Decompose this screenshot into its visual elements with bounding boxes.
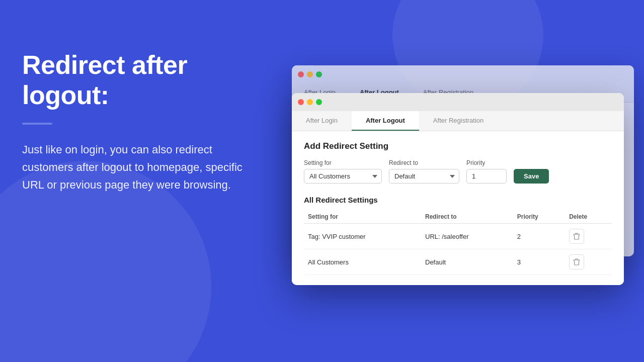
delete-button[interactable] [569,254,584,269]
add-redirect-title: Add Redirect Setting [304,141,612,151]
dot-green-behind [316,71,322,77]
col-header-priority: Priority [513,210,565,224]
cell-priority: 2 [513,224,565,249]
cell-setting-for: Tag: VVIP customer [304,224,421,249]
cell-delete [565,224,612,249]
cell-delete [565,249,612,275]
all-settings-section: All Redirect Settings Setting for Redire… [304,196,612,275]
col-header-setting-for: Setting for [304,210,421,224]
add-redirect-section: Add Redirect Setting Setting for All Cus… [304,141,612,184]
dot-red-behind [298,71,304,77]
window-main-content: Add Redirect Setting Setting for All Cus… [292,131,624,285]
table-row: Tag: VVIP customer URL: /saleoffer 2 [304,224,612,249]
tab-after-registration[interactable]: After Registration [419,111,498,131]
tab-after-logout[interactable]: After Logout [352,111,419,131]
dot-red-front [298,99,304,105]
dot-yellow-front [307,99,313,105]
title-divider [22,123,52,125]
redirect-to-group: Redirect to Default Homepage Previous Pa… [389,159,459,184]
priority-input[interactable] [466,169,507,184]
settings-table: Setting for Redirect to Priority Delete … [304,210,612,275]
cell-setting-for: All Customers [304,249,421,275]
tab-after-login[interactable]: After Login [292,111,352,131]
tabs-bar-front: After Login After Logout After Registrat… [292,111,624,131]
window-behind-titlebar [292,65,634,83]
redirect-to-select[interactable]: Default Homepage Previous Page Custom UR… [389,169,459,184]
save-button[interactable]: Save [514,169,549,184]
dot-green-front [316,99,322,105]
dot-yellow-behind [307,71,313,77]
titlebar-front [292,93,624,111]
setting-for-label: Setting for [304,159,382,166]
add-redirect-form-row: Setting for All Customers Tag: VVIP cust… [304,159,612,184]
col-header-delete: Delete [565,210,612,224]
description-text: Just like on login, you can also redirec… [22,141,254,194]
setting-for-group: Setting for All Customers Tag: VVIP cust… [304,159,382,184]
priority-group: Priority [466,159,507,184]
table-header: Setting for Redirect to Priority Delete [304,210,612,224]
redirect-to-label: Redirect to [389,159,459,166]
table-header-row: Setting for Redirect to Priority Delete [304,210,612,224]
setting-for-select[interactable]: All Customers Tag: VVIP customer Specifi… [304,169,382,184]
main-title: Redirect after logout: [22,50,254,111]
table-body: Tag: VVIP customer URL: /saleoffer 2 All… [304,224,612,275]
table-row: All Customers Default 3 [304,249,612,275]
window-front: After Login After Logout After Registrat… [292,93,624,285]
cell-redirect-to: Default [421,249,513,275]
delete-button[interactable] [569,229,584,244]
left-panel: Redirect after logout: Just like on logi… [22,50,254,194]
cell-priority: 3 [513,249,565,275]
all-settings-title: All Redirect Settings [304,196,612,204]
cell-redirect-to: URL: /saleoffer [421,224,513,249]
priority-label: Priority [466,159,507,166]
col-header-redirect-to: Redirect to [421,210,513,224]
